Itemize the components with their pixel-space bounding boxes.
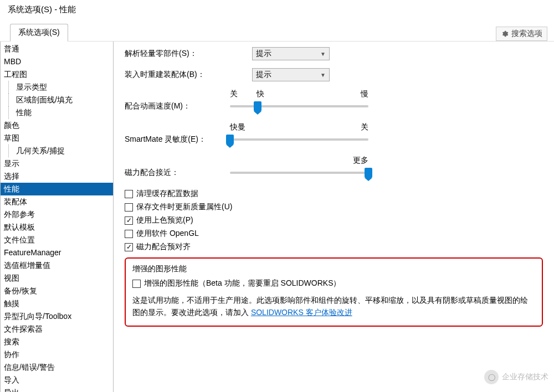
slider-thumb[interactable] [254, 101, 261, 111]
sidebar-item[interactable]: 草图 [1, 132, 113, 145]
slider3-label-more: 更多 [353, 156, 368, 166]
chevron-down-icon: ▼ [320, 72, 326, 78]
sidebar-item[interactable]: 触摸 [1, 297, 113, 310]
window-title: 系统选项(S) - 性能 [0, 0, 554, 20]
slider-thumb[interactable] [365, 168, 372, 178]
sidebar-item[interactable]: 导出 [1, 386, 113, 392]
sidebar-item[interactable]: 性能 [1, 183, 113, 195]
checkbox-label: 保存文件时更新质量属性(U) [136, 202, 232, 212]
sidebar-item[interactable]: 导入 [1, 374, 113, 386]
checkbox[interactable] [125, 190, 133, 198]
slider2-label-fast: 快曼 [230, 122, 245, 132]
sidebar-item[interactable]: 文件探索器 [1, 323, 113, 336]
rebuild-on-load-label: 装入时重建装配体(B)： [125, 70, 252, 80]
animation-speed-slider[interactable] [230, 105, 368, 107]
sidebar: 普通MBD工程图显示类型区域剖面线/填充性能颜色草图几何关系/捕捉显示选择性能装… [0, 42, 114, 392]
checkbox[interactable] [125, 230, 133, 238]
enhanced-graphics-checkbox[interactable] [132, 280, 141, 288]
sidebar-item[interactable]: MBD [1, 55, 113, 68]
sidebar-item[interactable]: 选值框增量值 [1, 259, 113, 272]
magnetic-mate-proximity-label: 磁力配合接近： [125, 168, 230, 178]
sidebar-item[interactable]: 备份/恢复 [1, 285, 113, 297]
sidebar-item[interactable]: 异型孔向导/Toolbox [1, 310, 113, 323]
resolve-lightweight-label: 解析轻量零部件(S)： [125, 49, 252, 59]
slider1-label-off: 关 [230, 89, 238, 99]
checkbox-label: 使用软件 OpenGL [136, 229, 199, 239]
slider1-label-slow: 慢 [361, 89, 368, 99]
sidebar-item[interactable]: 默认模板 [1, 221, 113, 234]
content-panel: 解析轻量零部件(S)： 提示 ▼ 装入时重建装配体(B)： 提示 ▼ 关 快 慢 [114, 42, 554, 392]
watermark: ◯ 企业存储技术 [484, 370, 548, 384]
animation-speed-label: 配合动画速度(M)： [125, 101, 230, 111]
sidebar-item[interactable]: 文件位置 [1, 234, 113, 246]
checkbox-label: 使用上色预览(P) [136, 215, 193, 225]
enhanced-graphics-title: 增强的图形性能 [132, 264, 535, 274]
slider-thumb[interactable] [226, 135, 234, 145]
resolve-lightweight-dropdown[interactable]: 提示 ▼ [252, 47, 330, 60]
sidebar-item[interactable]: 视图 [1, 272, 113, 285]
sidebar-item[interactable]: 选择 [1, 170, 113, 183]
sidebar-item[interactable]: 搜索 [1, 336, 113, 348]
sidebar-item[interactable]: 工程图 [1, 68, 113, 81]
sidebar-item[interactable]: 区域剖面线/填充 [1, 94, 113, 106]
sidebar-item[interactable]: 颜色 [1, 119, 113, 132]
rebuild-on-load-dropdown[interactable]: 提示 ▼ [252, 68, 330, 81]
sidebar-item[interactable]: 装配体 [1, 195, 113, 208]
slider1-label-fast: 快 [257, 89, 264, 99]
sidebar-item[interactable]: 协作 [1, 348, 113, 361]
sidebar-item[interactable]: 外部参考 [1, 208, 113, 221]
tab-system-options[interactable]: 系统选项(S) [10, 24, 68, 42]
checkbox-label: 磁力配合预对齐 [136, 242, 191, 252]
watermark-logo-icon: ◯ [484, 370, 499, 384]
checkbox[interactable] [125, 243, 133, 251]
customer-experience-link[interactable]: SOLIDWORKS 客户体验改进 [251, 308, 352, 317]
smartmate-sensitivity-slider[interactable] [230, 138, 368, 141]
enhanced-graphics-check-label: 增强的图形性能（Beta 功能，需要重启 SOLIDWORKS） [144, 278, 341, 288]
enhanced-graphics-group: 增强的图形性能 增强的图形性能（Beta 功能，需要重启 SOLIDWORKS）… [125, 257, 543, 327]
sidebar-item[interactable]: FeatureManager [1, 246, 113, 259]
sidebar-item[interactable]: 显示 [1, 157, 113, 170]
magnetic-mate-proximity-slider[interactable] [230, 172, 368, 174]
checkbox[interactable] [125, 203, 133, 212]
sidebar-item[interactable]: 几何关系/捕捉 [1, 145, 113, 157]
smartmate-sensitivity-label: SmartMate 灵敏度(E)： [125, 135, 230, 145]
slider2-label-off: 关 [361, 122, 368, 132]
checkbox-label: 清理缓存配置数据 [136, 189, 198, 199]
sidebar-item[interactable]: 信息/错误/警告 [1, 361, 113, 374]
sidebar-item[interactable]: 显示类型 [1, 81, 113, 94]
checkbox[interactable] [125, 216, 133, 225]
enhanced-graphics-description: 这是试用功能，不适用于生产用途。此选项影响部件和组件的旋转、平移和缩放，以及具有… [132, 294, 535, 319]
sidebar-item[interactable]: 普通 [1, 43, 113, 55]
sidebar-item[interactable]: 性能 [1, 106, 113, 119]
chevron-down-icon: ▼ [320, 51, 326, 57]
